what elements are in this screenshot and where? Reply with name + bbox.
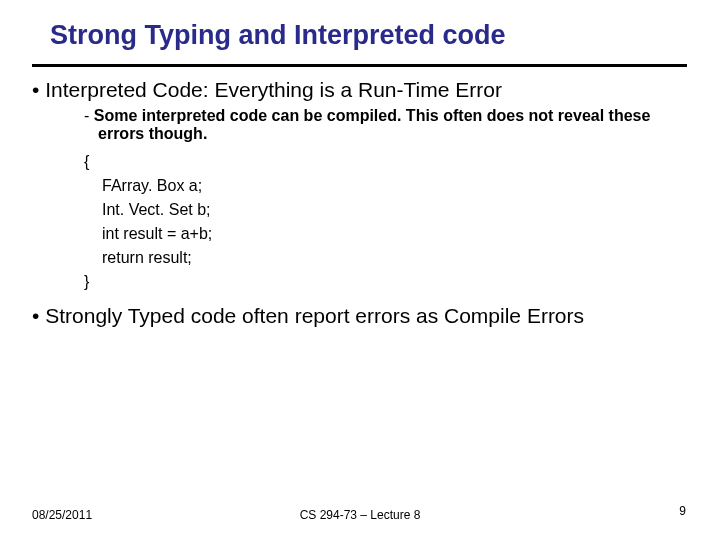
slide-title: Strong Typing and Interpreted code — [50, 20, 506, 51]
footer-page-number: 9 — [679, 504, 686, 518]
title-underline — [32, 64, 687, 67]
code-block: { FArray. Box a; Int. Vect. Set b; int r… — [84, 150, 692, 294]
bullet-strongly-typed: Strongly Typed code often report errors … — [32, 304, 692, 327]
bullet-interpreted-code: Interpreted Code: Everything is a Run-Ti… — [32, 78, 692, 101]
code-line-2: Int. Vect. Set b; — [84, 198, 692, 222]
code-brace-close: } — [84, 270, 692, 294]
code-line-4: return result; — [84, 246, 692, 270]
subbullet-compiled-note: Some interpreted code can be compiled. T… — [84, 107, 692, 144]
code-line-3: int result = a+b; — [84, 222, 692, 246]
slide: Strong Typing and Interpreted code Inter… — [0, 0, 720, 540]
code-line-1: FArray. Box a; — [84, 174, 692, 198]
code-brace-open: { — [84, 150, 692, 174]
footer-course: CS 294-73 – Lecture 8 — [0, 508, 720, 522]
slide-content: Interpreted Code: Everything is a Run-Ti… — [32, 78, 692, 333]
